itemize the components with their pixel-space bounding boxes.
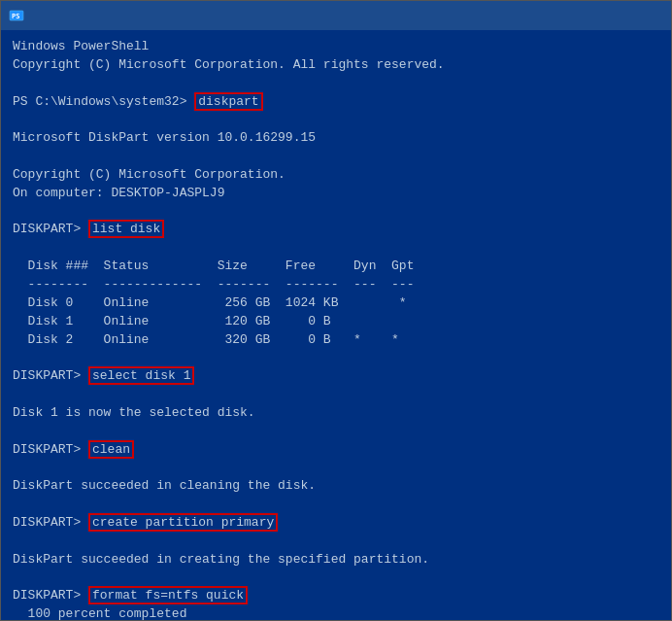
prompt-text: DISKPART> [13, 222, 88, 236]
command-text: list disk [88, 220, 164, 238]
prompt-text: DISKPART> [13, 442, 88, 457]
command-line: DISKPART> create partition primary [13, 514, 659, 533]
titlebar-controls [529, 1, 663, 30]
prompt-text: PS C:\Windows\system32> [13, 94, 194, 109]
terminal-line: Disk 0 Online 256 GB 1024 KB * [13, 294, 659, 313]
terminal-line: Windows PowerShell [13, 38, 659, 56]
command-text: diskpart [194, 92, 262, 111]
close-button[interactable] [619, 1, 663, 30]
command-line: DISKPART> format fs=ntfs quick [13, 587, 659, 605]
terminal-line: Disk 1 Online 120 GB 0 B [13, 313, 659, 331]
empty-line [13, 423, 659, 441]
empty-line [13, 148, 659, 166]
terminal-line: DiskPart succeeded in cleaning the disk. [13, 477, 659, 496]
maximize-button[interactable] [574, 1, 619, 30]
command-text: select disk 1 [88, 366, 194, 385]
command-line: PS C:\Windows\system32> diskpart [13, 93, 659, 112]
titlebar: PS [1, 1, 671, 30]
empty-line [13, 459, 659, 477]
terminal-line: Disk ### Status Size Free Dyn Gpt [13, 258, 659, 276]
command-text: clean [88, 440, 134, 459]
terminal-line: Disk 2 Online 320 GB 0 B * * [13, 331, 659, 350]
empty-line [13, 386, 659, 404]
empty-line [13, 203, 659, 222]
empty-line [13, 75, 659, 93]
prompt-text: DISKPART> [13, 515, 88, 530]
command-line: DISKPART> clean [13, 441, 659, 460]
window: PS Windows PowerShellCopyright (C) Micro… [0, 0, 672, 621]
empty-line [13, 111, 659, 129]
empty-line [13, 239, 659, 258]
terminal-output[interactable]: Windows PowerShellCopyright (C) Microsof… [1, 30, 671, 620]
empty-line [13, 569, 659, 587]
terminal-line: Microsoft DiskPart version 10.0.16299.15 [13, 129, 659, 148]
prompt-text: DISKPART> [13, 368, 88, 383]
terminal-line: Copyright (C) Microsoft Corporation. [13, 166, 659, 185]
terminal-line: Copyright (C) Microsoft Corporation. All… [13, 56, 659, 75]
command-text: format fs=ntfs quick [88, 586, 248, 604]
command-line: DISKPART> list disk [13, 221, 659, 239]
command-text: create partition primary [88, 513, 278, 532]
terminal-line: Disk 1 is now the selected disk. [13, 404, 659, 423]
terminal-line: DiskPart succeeded in creating the speci… [13, 551, 659, 569]
empty-line [13, 349, 659, 367]
command-line: DISKPART> select disk 1 [13, 367, 659, 386]
minimize-button[interactable] [529, 1, 574, 30]
prompt-text: DISKPART> [13, 588, 88, 603]
svg-text:PS: PS [12, 13, 19, 20]
terminal-line: -------- ------------- ------- ------- -… [13, 276, 659, 294]
empty-line [13, 533, 659, 551]
terminal-line: On computer: DESKTOP-JASPLJ9 [13, 185, 659, 203]
terminal-line: 100 percent completed [13, 605, 659, 620]
empty-line [13, 496, 659, 514]
window-icon: PS [9, 8, 24, 23]
